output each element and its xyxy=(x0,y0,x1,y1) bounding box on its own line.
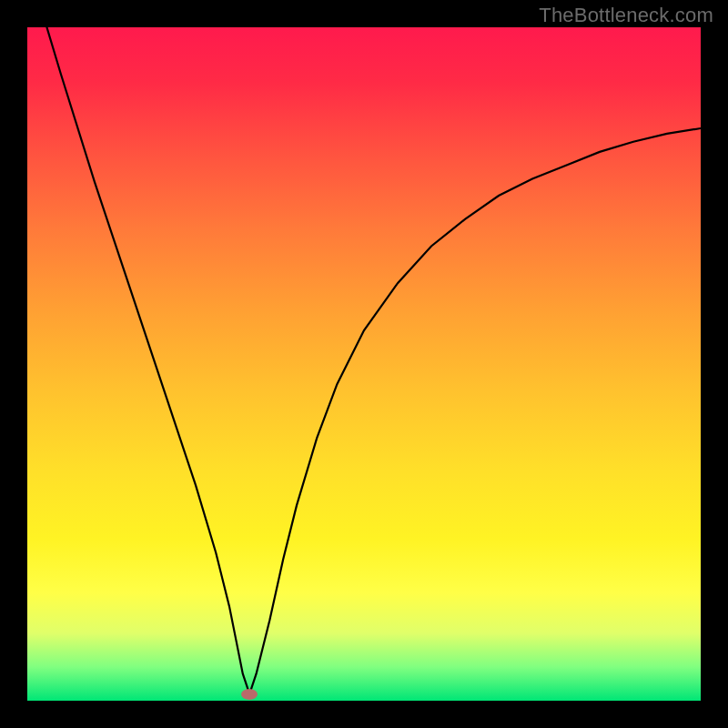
watermark-text: TheBottleneck.com xyxy=(539,4,713,27)
bottleneck-curve xyxy=(27,27,701,694)
curve-svg xyxy=(27,27,701,701)
optimal-point-marker xyxy=(241,689,258,700)
chart-plot-area xyxy=(27,27,701,701)
